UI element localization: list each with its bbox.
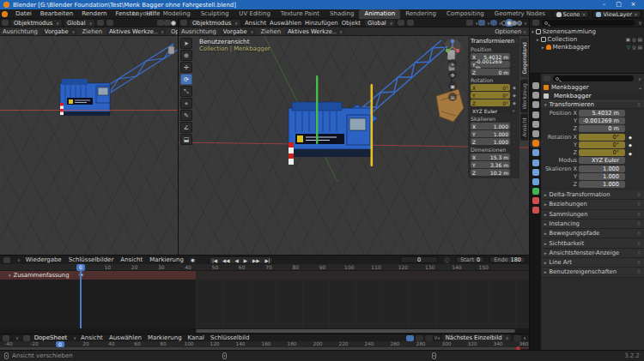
frame-start-field[interactable]: Start0 (456, 256, 484, 263)
expand-icon[interactable]: ▸ (537, 37, 539, 42)
only-selected-icon[interactable] (406, 335, 414, 341)
options-icon[interactable]: ∨ (638, 76, 641, 81)
expand-icon[interactable]: ▸ (542, 45, 544, 50)
transform-panel-header[interactable]: ▾ Transformieren ⠿ (541, 100, 644, 109)
scale-field[interactable]: Y1.000 (471, 130, 510, 137)
properties-panel-collapsed[interactable]: ▸Ansichtsfenster-Anzeige⠿ (541, 249, 644, 258)
editor-type-icon[interactable] (180, 20, 187, 26)
rotation-field[interactable]: Z0° (471, 99, 510, 106)
zoom-button[interactable]: + (448, 59, 457, 68)
camera-view-button[interactable]: ▣ (448, 81, 457, 90)
shading-rendered-icon[interactable] (517, 21, 522, 26)
value-field[interactable]: 5.4032 m (579, 110, 625, 117)
disable-render-camera-icon[interactable]: ▤ (638, 37, 642, 42)
outliner-row-collection[interactable]: ▸ Collection ▣ ◎ ▤ (530, 35, 644, 43)
value-field[interactable]: 0 m (579, 125, 625, 132)
scale-field[interactable]: X1.000 (471, 123, 510, 129)
dopesheet-menu-item[interactable]: Ansicht (81, 334, 103, 341)
properties-panel-collapsed[interactable]: ▸Sammlungen⠿ (541, 210, 644, 220)
proportional-edit-icon[interactable] (513, 335, 521, 341)
workspace-tab[interactable]: Modeling (158, 9, 196, 19)
tool-rotate[interactable]: ⟳ (180, 74, 192, 85)
properties-panel-collapsed[interactable]: ▸Line Art⠿ (541, 258, 644, 268)
workspace-tab[interactable]: Layout (127, 9, 158, 19)
menubar-item[interactable]: Rendern (77, 9, 111, 19)
viewport-menu-item[interactable]: Auswählen (268, 20, 303, 27)
jump-to-end-button[interactable]: ▶| (262, 257, 272, 263)
move-view-button[interactable]: ✥ (448, 70, 457, 79)
tab-material[interactable] (532, 197, 539, 204)
tool-select-box[interactable]: ➤ (180, 38, 192, 49)
orientation-dropdown[interactable]: Global∨ (64, 20, 94, 27)
crane-model-left[interactable] (0, 36, 178, 255)
close-button[interactable]: × (626, 0, 641, 9)
tab-scene[interactable] (532, 121, 539, 128)
value-field[interactable]: 0° (579, 141, 625, 148)
timeline-menu-item[interactable]: Schlüsselbilder (69, 256, 114, 263)
object-data-icon[interactable]: ▽ (627, 45, 630, 50)
pin-id-icon[interactable]: ⌁ (638, 85, 641, 91)
properties-panel-collapsed[interactable]: ▸Benutzereigenschaften⠿ (541, 268, 644, 277)
viewlayer-selector[interactable]: ViewLayer × (592, 10, 641, 18)
next-keyframe-button[interactable]: ▶▶ (250, 257, 262, 263)
viewport-main-canvas[interactable]: Benutzeransicht Collection | Menkbagger … (179, 36, 529, 255)
menubar-item[interactable]: Datei (11, 9, 36, 19)
timeline-menu-item[interactable]: Ansicht (120, 256, 143, 263)
dopesheet-menu-item[interactable]: Kanal (188, 334, 204, 341)
channel-list-region[interactable] (0, 280, 196, 328)
tool-cursor[interactable]: ⊕ (180, 50, 192, 61)
current-frame-badge[interactable]: 0 (76, 264, 85, 271)
viewport-menu-item[interactable]: Ansicht (243, 20, 268, 27)
mode-dropdown[interactable]: Objektmodus∨ (190, 20, 240, 27)
value-field[interactable]: 1.000 (579, 181, 625, 188)
workspace-tab[interactable]: Animation (359, 9, 400, 19)
xray-toggle-icon[interactable] (490, 20, 497, 26)
outliner-item-label[interactable]: Szenensammlung (543, 28, 596, 35)
collapse-icon[interactable]: ∧ (523, 335, 526, 340)
dimension-field[interactable]: X15.3 m (471, 153, 510, 160)
prev-keyframe-button[interactable]: ◀◀ (220, 257, 232, 263)
position-field[interactable]: Z0 m (471, 69, 510, 75)
drag-label[interactable]: Ziehen (82, 28, 102, 35)
tab-object[interactable] (532, 140, 539, 147)
properties-panel-collapsed[interactable]: ▸Bewegungspfade⠿ (541, 229, 644, 238)
playhead[interactable] (80, 264, 82, 328)
lock-icon[interactable] (635, 150, 642, 156)
keyframe-decorator[interactable] (627, 150, 634, 156)
dopesheet-summary-channel[interactable]: ▾Zusammenfassung (0, 271, 196, 280)
dimension-field[interactable]: Y3.36 m (471, 161, 510, 168)
scene-unlink-button[interactable]: × (581, 11, 586, 17)
rotation-field[interactable]: Y0° (471, 92, 510, 99)
maximize-button[interactable]: ▢ (611, 0, 626, 9)
tool-measure[interactable]: ∠ (180, 122, 192, 133)
dopesheet-menu-item[interactable]: Markierung (148, 334, 182, 341)
lock-icon[interactable] (635, 182, 642, 188)
keyframe-decorator[interactable] (627, 141, 634, 147)
expand-icon[interactable]: ▾ (532, 29, 534, 34)
editor-type-icon[interactable] (2, 20, 9, 26)
show-hidden-icon[interactable] (416, 335, 423, 341)
properties-search-input[interactable] (553, 75, 634, 81)
workspace-tab[interactable]: Compositing (441, 9, 489, 19)
options-dropdown[interactable]: Optionen (495, 28, 521, 35)
tool-scale[interactable]: ⤡ (180, 86, 192, 97)
tab-world[interactable] (532, 130, 539, 137)
tab-output[interactable] (532, 101, 539, 108)
active-tool-dropdown[interactable]: Aktives Werkze..∨ (106, 28, 167, 35)
snap-mode-dropdown[interactable]: Nächstes Einzelbild∨ (443, 334, 512, 341)
options-dropdown[interactable]: Optionen (171, 28, 178, 35)
dopesheet-ruler[interactable]: -40-202040608010012014016018020022024026… (0, 341, 529, 347)
tab-texture[interactable] (532, 207, 539, 214)
auto-keyframe-record-button[interactable]: ● (189, 256, 197, 264)
orientation-label[interactable]: Ausrichtung (181, 28, 216, 35)
outliner-item-label[interactable]: Collection (548, 36, 578, 43)
position-field[interactable]: Y-0.001269 m (471, 61, 510, 68)
viewport-left-canvas[interactable] (0, 36, 178, 255)
value-field[interactable]: 0° (579, 134, 625, 141)
value-field[interactable]: 1.000 (579, 165, 625, 172)
timeline-editor-icon[interactable] (3, 257, 10, 263)
scale-field[interactable]: Z1.000 (471, 138, 510, 145)
properties-panel-collapsed[interactable]: ▸Sichtbarkeit⠿ (541, 238, 644, 248)
preset-dropdown[interactable]: Vorgabe∨ (42, 28, 78, 35)
overlays-toggle-icon[interactable] (478, 20, 485, 26)
